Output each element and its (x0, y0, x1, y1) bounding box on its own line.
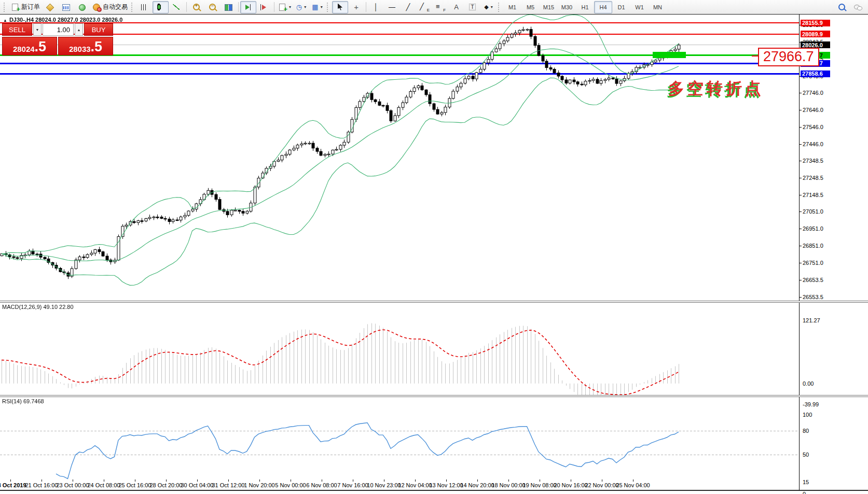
price-tick-label: 27348.5 (803, 158, 823, 164)
chat-button[interactable] (850, 1, 866, 13)
time-tick-mark (477, 479, 478, 482)
text-tool-button[interactable]: A (448, 1, 464, 13)
cursor-tool-button[interactable] (332, 1, 348, 13)
profiles-button[interactable] (58, 1, 74, 13)
timeframe-button-mn[interactable]: MN (649, 1, 667, 13)
timeframe-button-h4[interactable]: H4 (594, 1, 612, 13)
price-tick-label: 27746.0 (803, 90, 823, 96)
zoom-in-button[interactable]: + (188, 1, 204, 13)
time-tick-label: 25 Oct 16:00 (119, 482, 151, 488)
window-bottom-border (0, 490, 868, 491)
zoom-out-icon: − (209, 4, 216, 10)
bar-chart-icon (140, 3, 149, 11)
time-tick-label: 7 Nov 16:00 (337, 482, 368, 488)
time-tick-mark (197, 479, 198, 482)
price-badge-28089.9: 28089.9 (801, 31, 830, 37)
autotrading-label: 自动交易 (103, 3, 128, 11)
toolbar-grip (131, 3, 135, 12)
templates-button[interactable]: ▦▾ (309, 1, 325, 13)
price-badge-27858.6: 27858.6 (801, 70, 830, 77)
cursor-icon (336, 3, 345, 11)
rsi-indicator-pane[interactable] (0, 397, 799, 479)
time-tick-label: 10 Nov 23:00 (367, 482, 401, 488)
new-chart-button[interactable] (42, 1, 58, 13)
time-tick-label: 28 Oct 20:00 (150, 482, 183, 488)
bar-chart-mode-button[interactable] (136, 1, 153, 13)
collapse-panel-arrow-icon[interactable]: ▲ (3, 18, 7, 23)
fibonacci-tool-button[interactable]: ≡F (432, 1, 448, 13)
line-chart-mode-button[interactable] (169, 1, 185, 13)
dropdown-arrow-icon: ▾ (289, 5, 291, 9)
rsi-tick-label: 0 (803, 491, 806, 494)
autotrading-button[interactable]: 自动交易 (90, 1, 130, 13)
text-label-tool-button[interactable]: T (464, 1, 480, 13)
time-tick-mark (73, 479, 73, 482)
macd-indicator-pane[interactable] (0, 303, 799, 395)
timeframe-button-m1[interactable]: M1 (503, 1, 521, 13)
buy-price-box[interactable]: 28033 .5 (58, 37, 113, 55)
timeframe-button-h1[interactable]: H1 (576, 1, 594, 13)
vertical-line-tool-button[interactable]: │ (368, 1, 384, 13)
new-order-label: 新订单 (21, 3, 40, 11)
trendline-tool-button[interactable]: ╱ (400, 1, 416, 13)
tile-windows-button[interactable] (221, 1, 237, 13)
time-tick-label: 25 Nov 04:00 (616, 482, 650, 488)
auto-scroll-button[interactable] (240, 1, 256, 13)
price-tick-label: 26553.5 (803, 294, 823, 300)
sell-button[interactable]: SELL (2, 23, 32, 36)
volume-input[interactable]: 1.00 (43, 23, 74, 36)
toolbar-grip (498, 3, 502, 12)
price-callout-box[interactable]: 27966.7 (758, 48, 819, 66)
chinese-annotation[interactable]: 多空转折点 (668, 78, 764, 100)
signals-button[interactable] (74, 1, 90, 13)
timeframe-group: M1M5M15M30H1H4D1W1MN (503, 1, 667, 13)
chart-shift-button[interactable] (256, 1, 272, 13)
toolbar-grip (4, 3, 7, 12)
template-icon: ▦ (312, 4, 318, 10)
timeframe-button-d1[interactable]: D1 (612, 1, 630, 13)
candlestick-mode-button[interactable] (153, 1, 169, 13)
toolbar-separator (186, 2, 187, 12)
highlight-zone-rectangle[interactable] (653, 52, 686, 58)
rsi-tick-label: 50 (803, 451, 809, 458)
equidistant-channel-icon: ╱E (420, 3, 429, 11)
new-order-button[interactable]: 新订单 (9, 1, 42, 13)
time-tick-mark (571, 479, 571, 482)
time-tick-label: 14 Nov 20:00 (460, 482, 494, 488)
time-tick-mark (446, 479, 447, 482)
horizontal-line-tool-button[interactable]: — (384, 1, 400, 13)
time-tick-mark (415, 479, 416, 482)
channel-tool-button[interactable]: ╱E (416, 1, 432, 13)
sell-price-box[interactable]: 28024 .5 (2, 37, 57, 55)
zoom-out-button[interactable]: − (204, 1, 221, 13)
periods-button[interactable]: ◷▾ (293, 1, 309, 13)
time-tick-mark (228, 479, 229, 482)
price-tick-label: 26851.0 (803, 243, 823, 249)
timeframe-button-w1[interactable]: W1 (630, 1, 649, 13)
volume-up-button[interactable]: ▲ (75, 23, 83, 36)
crosshair-tool-button[interactable]: + (348, 1, 364, 13)
arrows-tool-button[interactable]: ◆▾ (480, 1, 497, 13)
volume-down-button[interactable]: ▼ (33, 23, 42, 36)
buy-button[interactable]: BUY (84, 23, 113, 36)
time-tick-label: 6 Nov 08:00 (306, 482, 337, 488)
timeframe-button-m5[interactable]: M5 (521, 1, 540, 13)
timeframe-button-m15[interactable]: M15 (540, 1, 558, 13)
zoom-in-icon: + (193, 4, 200, 10)
line-chart-icon (172, 3, 181, 11)
indicators-icon (278, 3, 287, 11)
time-tick-label: 1 Nov 20:00 (244, 482, 274, 488)
pane-separator[interactable] (0, 395, 868, 397)
time-tick-label: 13 Nov 12:00 (429, 482, 463, 488)
timeframe-button-m30[interactable]: M30 (558, 1, 576, 13)
pane-separator[interactable] (0, 301, 868, 303)
new-order-icon (11, 3, 20, 11)
search-button[interactable] (834, 1, 850, 13)
price-tick-label: 26751.0 (803, 260, 823, 266)
buy-price: 28033 (69, 45, 91, 53)
price-badge-28155.9: 28155.9 (801, 20, 830, 26)
indicators-button[interactable]: ▾ (276, 1, 293, 13)
candlestick-icon (156, 3, 165, 11)
price-tick-label: 27148.5 (803, 192, 823, 198)
macd-tick-label: -39.99 (803, 401, 819, 407)
